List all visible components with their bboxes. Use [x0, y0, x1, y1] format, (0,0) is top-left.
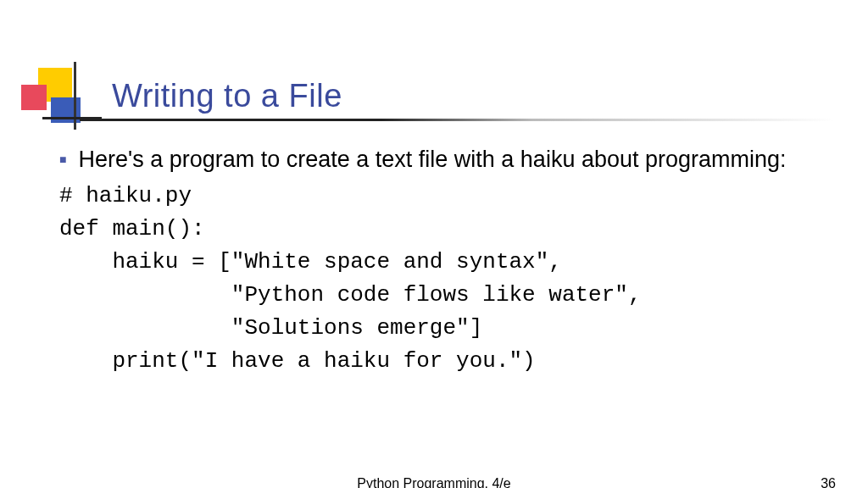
footer-page-number: 36 [821, 476, 836, 488]
logo-vertical-line [74, 62, 76, 130]
slide-content: ■ Here's a program to create a text file… [59, 144, 834, 378]
bullet-item: ■ Here's a program to create a text file… [59, 144, 834, 175]
slide-title: Writing to a File [112, 78, 342, 114]
code-line: print("I have a haiku for you.") [59, 345, 834, 378]
footer-book-title: Python Programming, 4/e [357, 476, 510, 488]
code-block: # haiku.py def main(): haiku = ["White s… [59, 180, 834, 378]
code-line: "Python code flows like water", [59, 279, 834, 312]
code-line: haiku = ["White space and syntax", [59, 246, 834, 279]
bullet-marker-icon: ■ [59, 152, 66, 166]
title-underline [80, 119, 834, 121]
code-line: def main(): [59, 213, 834, 246]
code-line: # haiku.py [59, 180, 834, 213]
code-line: "Solutions emerge"] [59, 312, 834, 345]
bullet-text: Here's a program to create a text file w… [78, 144, 786, 175]
slide-logo [21, 68, 81, 123]
logo-red-square [21, 85, 47, 110]
